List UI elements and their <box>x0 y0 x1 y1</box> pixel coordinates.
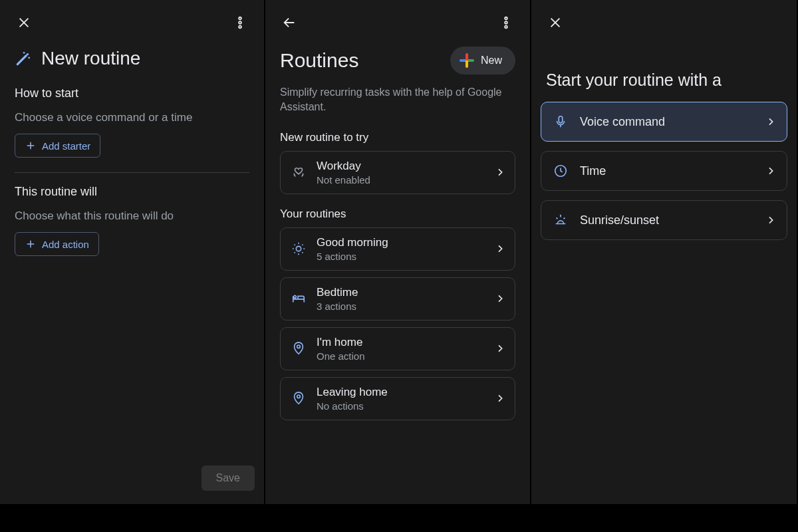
card-sub: No actions <box>317 400 485 412</box>
routine-card-leaving-home[interactable]: Leaving homeNo actions <box>280 377 515 420</box>
svg-point-2 <box>239 26 241 29</box>
svg-point-0 <box>239 17 241 20</box>
save-label: Save <box>216 472 240 483</box>
title-row: Routines New <box>265 37 530 74</box>
topbar <box>265 0 530 37</box>
routines-title: Routines <box>280 49 358 72</box>
this-will-label: This routine will <box>0 173 264 203</box>
svg-point-1 <box>239 21 241 24</box>
try-card-workday[interactable]: Workday Not enabled <box>280 151 515 194</box>
starter-picker-pane: Start your routine with a Voice commandT… <box>531 0 797 504</box>
svg-point-5 <box>23 52 25 54</box>
starter-option-time[interactable]: Time <box>541 151 787 191</box>
heart-hands-icon <box>290 165 307 180</box>
sun-icon <box>290 241 307 256</box>
clock-icon <box>552 164 569 178</box>
starter-option-voice-command[interactable]: Voice command <box>541 102 787 142</box>
more-icon[interactable] <box>227 9 253 36</box>
close-icon[interactable] <box>542 9 569 36</box>
card-sub: 3 actions <box>317 301 485 312</box>
svg-point-6 <box>505 17 507 20</box>
sunrise-icon <box>552 213 569 227</box>
mic-icon <box>552 114 569 129</box>
card-title: Workday <box>317 160 485 173</box>
pin-icon <box>290 341 307 356</box>
your-routines-header: Your routines <box>265 194 530 227</box>
topbar <box>531 0 797 37</box>
bed-icon <box>290 291 307 306</box>
close-icon[interactable] <box>11 9 37 36</box>
save-button[interactable]: Save <box>201 466 255 491</box>
wand-icon <box>15 50 32 67</box>
chevron-right-icon <box>495 293 505 304</box>
back-icon[interactable] <box>276 9 303 36</box>
new-routine-pane: New routine How to start Choose a voice … <box>0 0 265 504</box>
option-label: Time <box>580 164 755 178</box>
routine-card-bedtime[interactable]: Bedtime3 actions <box>280 277 515 321</box>
svg-point-11 <box>297 395 301 398</box>
routines-pane: Routines New Simplify recurring tasks wi… <box>265 0 531 504</box>
svg-point-8 <box>505 26 507 29</box>
try-header: New routine to try <box>265 118 530 151</box>
chevron-right-icon <box>495 343 505 354</box>
page-title-row: New routine <box>0 37 264 74</box>
add-starter-button[interactable]: Add starter <box>15 134 100 158</box>
new-label: New <box>481 55 502 66</box>
chevron-right-icon <box>495 243 505 254</box>
svg-rect-12 <box>559 116 563 123</box>
svg-point-3 <box>27 53 29 55</box>
card-title: Bedtime <box>317 286 485 299</box>
add-action-button[interactable]: Add action <box>15 232 99 256</box>
svg-point-4 <box>28 57 30 59</box>
starter-hint: Choose a voice command or a time <box>0 104 264 134</box>
card-sub: One action <box>317 350 485 362</box>
svg-point-9 <box>296 247 301 251</box>
more-icon[interactable] <box>493 9 519 36</box>
svg-point-7 <box>505 21 507 24</box>
how-to-start-label: How to start <box>0 74 264 104</box>
routine-card-i-m-home[interactable]: I'm homeOne action <box>280 327 515 370</box>
plus-icon <box>460 53 474 68</box>
option-label: Voice command <box>580 115 755 129</box>
chevron-right-icon <box>765 215 776 225</box>
starter-title: Start your routine with a <box>531 37 797 102</box>
action-hint: Choose what this routine will do <box>0 203 264 232</box>
routines-subtitle: Simplify recurring tasks with the help o… <box>265 74 530 118</box>
card-sub: Not enabled <box>317 174 485 186</box>
option-label: Sunrise/sunset <box>580 213 755 227</box>
card-title: I'm home <box>317 336 485 349</box>
chevron-right-icon <box>765 166 776 176</box>
routine-card-good-morning[interactable]: Good morning5 actions <box>280 227 515 271</box>
starter-option-sunrise-sunset[interactable]: Sunrise/sunset <box>541 200 787 240</box>
topbar <box>0 0 264 37</box>
card-title: Good morning <box>317 236 485 249</box>
chevron-right-icon <box>765 116 776 127</box>
new-routine-button[interactable]: New <box>450 47 515 74</box>
add-action-label: Add action <box>42 239 89 250</box>
pin-icon <box>290 391 307 406</box>
chevron-right-icon <box>495 393 505 404</box>
add-starter-label: Add starter <box>42 140 90 152</box>
chevron-right-icon <box>495 167 505 178</box>
card-title: Leaving home <box>317 386 485 399</box>
card-sub: 5 actions <box>317 251 485 262</box>
svg-point-10 <box>297 345 301 348</box>
page-title: New routine <box>41 48 140 69</box>
